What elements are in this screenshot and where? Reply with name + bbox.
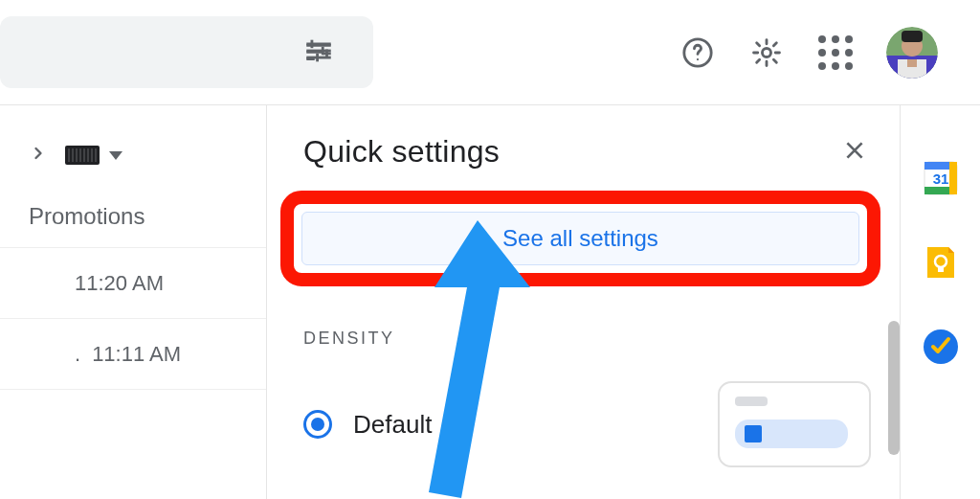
- svg-rect-0: [306, 42, 331, 45]
- quick-settings-panel: Quick settings See all settings DENSITY …: [266, 105, 900, 499]
- mail-toolbar: [0, 144, 266, 167]
- panel-header: Quick settings: [267, 105, 900, 179]
- mail-time: 11:11 AM: [92, 342, 181, 367]
- truncation-dot: .: [75, 342, 80, 367]
- header-bar: [0, 0, 980, 105]
- svg-point-7: [697, 57, 699, 59]
- density-option-label: Default: [353, 410, 432, 440]
- chevron-down-icon: [109, 151, 122, 160]
- density-preview-thumbnail: [718, 381, 871, 467]
- svg-rect-13: [902, 31, 923, 42]
- mail-list: 11:20 AM . 11:11 AM: [0, 247, 266, 390]
- close-icon[interactable]: [842, 138, 867, 167]
- side-app-rail: 31: [900, 105, 980, 499]
- header-icon-group: [679, 27, 980, 79]
- search-options-icon[interactable]: [302, 34, 335, 71]
- radio-selected-icon[interactable]: [303, 410, 332, 439]
- avatar[interactable]: [886, 27, 938, 79]
- left-column: Promotions 11:20 AM . 11:11 AM: [0, 105, 266, 499]
- keep-icon[interactable]: [922, 243, 960, 282]
- density-heading: DENSITY: [303, 329, 871, 349]
- mail-row[interactable]: 11:20 AM: [0, 248, 266, 319]
- svg-rect-1: [306, 49, 331, 52]
- calendar-icon[interactable]: 31: [922, 159, 960, 197]
- svg-point-8: [762, 48, 770, 57]
- panel-title: Quick settings: [303, 134, 500, 170]
- scrollbar-thumb[interactable]: [888, 321, 900, 455]
- tab-promotions[interactable]: Promotions: [0, 167, 266, 247]
- chevron-right-icon[interactable]: [29, 144, 48, 167]
- body: Promotions 11:20 AM . 11:11 AM Quick set…: [0, 105, 980, 499]
- help-icon[interactable]: [679, 34, 716, 71]
- svg-rect-4: [322, 46, 324, 55]
- search-area[interactable]: [0, 16, 373, 88]
- annotation-highlight: See all settings: [280, 191, 880, 286]
- see-all-settings-button[interactable]: See all settings: [301, 212, 859, 265]
- mail-row[interactable]: . 11:11 AM: [0, 319, 266, 390]
- keyboard-icon: [65, 146, 100, 165]
- svg-rect-23: [938, 267, 944, 272]
- svg-text:31: 31: [932, 170, 948, 187]
- svg-rect-5: [316, 53, 319, 61]
- apps-grid-icon[interactable]: [817, 34, 854, 71]
- mail-time: 11:20 AM: [75, 271, 164, 296]
- svg-rect-19: [949, 162, 957, 194]
- density-option-row[interactable]: Default: [303, 381, 871, 467]
- tasks-icon[interactable]: [922, 328, 960, 366]
- svg-rect-3: [311, 39, 314, 48]
- gear-icon[interactable]: [748, 34, 785, 71]
- density-section: DENSITY Default: [267, 286, 900, 467]
- svg-rect-15: [907, 59, 917, 67]
- input-tools-dropdown[interactable]: [65, 146, 122, 165]
